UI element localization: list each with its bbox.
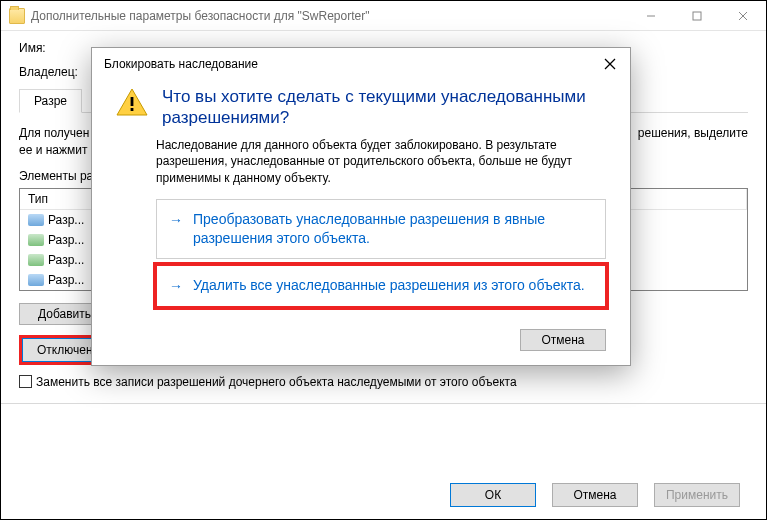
option-convert-label: Преобразовать унаследованные разрешения …: [193, 210, 593, 248]
replace-child-label: Заменить все записи разрешений дочернего…: [36, 375, 517, 389]
modal-description: Наследование для данного объекта будет з…: [156, 137, 606, 187]
maximize-button[interactable]: [674, 1, 720, 31]
help-text-2: ее и нажмит: [19, 143, 88, 157]
group-icon: [28, 254, 44, 266]
group-icon: [28, 234, 44, 246]
help-text-tail: решения, выделите: [638, 125, 748, 142]
window-titlebar: Дополнительные параметры безопасности дл…: [1, 1, 766, 31]
svg-rect-1: [693, 12, 701, 20]
cell-type: Разр...: [48, 233, 84, 247]
option-remove-label: Удалить все унаследованные разрешения из…: [193, 276, 585, 295]
tab-permissions[interactable]: Разре: [19, 89, 82, 113]
col-type[interactable]: Тип: [20, 189, 100, 209]
user-icon: [28, 214, 44, 226]
cell-type: Разр...: [48, 273, 84, 287]
cell-type: Разр...: [48, 253, 84, 267]
cell-type: Разр...: [48, 213, 84, 227]
arrow-right-icon: →: [169, 277, 183, 296]
close-button[interactable]: [720, 1, 766, 31]
ok-button[interactable]: ОК: [450, 483, 536, 507]
option-convert[interactable]: → Преобразовать унаследованные разрешени…: [156, 199, 606, 259]
block-inheritance-dialog: Блокировать наследование Что вы хотите с…: [91, 47, 631, 366]
help-text-1: Для получен: [19, 126, 89, 140]
modal-close-button[interactable]: [602, 56, 618, 72]
folder-icon: [9, 8, 25, 24]
warning-icon: [116, 88, 148, 116]
option-remove[interactable]: → Удалить все унаследованные разрешения …: [156, 265, 606, 307]
dialog-buttons: ОК Отмена Применить: [450, 483, 748, 507]
window-title: Дополнительные параметры безопасности дл…: [31, 9, 369, 23]
apply-button: Применить: [654, 483, 740, 507]
replace-child-checkbox[interactable]: [19, 375, 32, 388]
cancel-button[interactable]: Отмена: [552, 483, 638, 507]
modal-title: Блокировать наследование: [104, 57, 602, 71]
modal-question: Что вы хотите сделать с текущими унаслед…: [162, 86, 606, 129]
arrow-right-icon: →: [169, 211, 183, 230]
separator: [1, 403, 766, 404]
replace-child-checkbox-row[interactable]: Заменить все записи разрешений дочернего…: [19, 375, 748, 389]
svg-rect-7: [131, 97, 134, 106]
minimize-button[interactable]: [628, 1, 674, 31]
user-icon: [28, 274, 44, 286]
modal-cancel-button[interactable]: Отмена: [520, 329, 606, 351]
svg-rect-8: [131, 108, 134, 111]
